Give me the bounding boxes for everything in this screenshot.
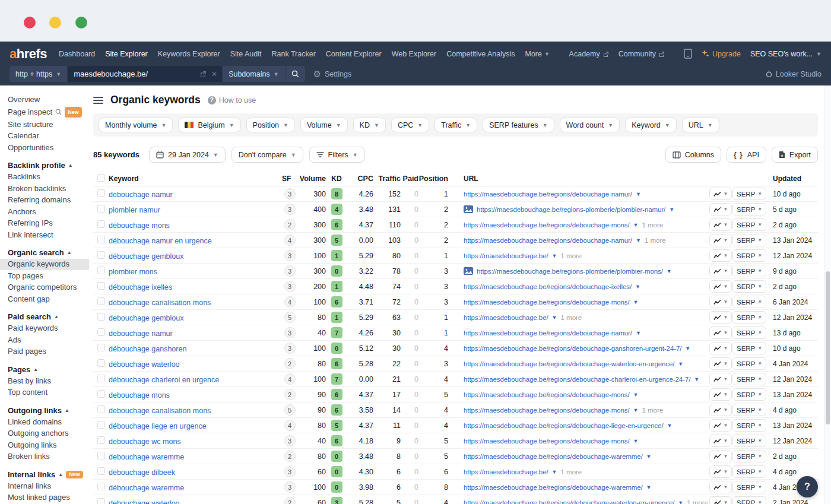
sidebar-item[interactable]: Link intersect — [0, 229, 89, 241]
row-checkbox[interactable] — [97, 236, 105, 243]
serp-features-badge[interactable]: 2 — [284, 358, 296, 369]
url-dropdown-caret[interactable]: ▼ — [633, 392, 639, 398]
sidebar-item[interactable]: Top pages — [0, 270, 89, 282]
url-link[interactable]: https://maesdebouchage.be/ — [464, 314, 548, 321]
url-dropdown-caret[interactable]: ▼ — [667, 268, 672, 274]
position-history-chart-button[interactable]: ▼ — [709, 465, 732, 478]
serp-features-badge[interactable]: 4 — [284, 373, 296, 385]
filter-pill[interactable]: Belgium▼ — [178, 118, 240, 132]
serp-button[interactable]: SERP▼ — [732, 342, 766, 354]
serp-features-badge[interactable]: 3 — [284, 343, 296, 354]
row-checkbox[interactable] — [97, 452, 105, 459]
open-in-new-tab-icon[interactable] — [200, 71, 207, 77]
serp-features-badge[interactable]: 3 — [284, 188, 296, 199]
position-history-chart-button[interactable]: ▼ — [709, 296, 732, 308]
serp-button[interactable]: SERP▼ — [732, 311, 766, 324]
url-dropdown-caret[interactable]: ▼ — [678, 500, 683, 504]
serp-features-badge[interactable]: 3 — [284, 265, 296, 277]
more-urls-link[interactable]: 1 more — [560, 468, 582, 476]
serp-button[interactable]: SERP▼ — [732, 465, 766, 478]
filter-pill[interactable]: URL▼ — [682, 118, 719, 132]
more-urls-link[interactable]: 1 more — [642, 221, 663, 229]
looker-studio-link[interactable]: Looker Studio — [766, 70, 822, 78]
url-dropdown-caret[interactable]: ▼ — [552, 469, 557, 475]
url-dropdown-caret[interactable]: ▼ — [633, 222, 639, 228]
row-checkbox[interactable] — [97, 436, 105, 444]
row-checkbox[interactable] — [97, 467, 105, 475]
sidebar-item[interactable]: Content gap — [0, 293, 89, 305]
url-dropdown-caret[interactable]: ▼ — [552, 315, 557, 321]
keyword-link[interactable]: debouchage namur — [109, 329, 173, 338]
row-checkbox[interactable] — [97, 267, 105, 274]
position-history-chart-button[interactable]: ▼ — [709, 373, 732, 385]
position-history-chart-button[interactable]: ▼ — [709, 265, 732, 277]
topnav-item[interactable]: Content Explorer — [326, 50, 382, 58]
position-history-chart-button[interactable]: ▼ — [709, 357, 732, 370]
row-checkbox[interactable] — [97, 189, 105, 197]
select-all-checkbox[interactable] — [97, 174, 105, 182]
scope-select[interactable]: Subdomains▼ — [223, 66, 284, 82]
url-link[interactable]: https://maesdebouchage.be/regions/debouc… — [464, 299, 630, 306]
sidebar-item[interactable]: Organic keywords — [0, 259, 89, 271]
sidebar-item[interactable]: Paid keywords — [0, 323, 89, 335]
col-header-sf[interactable]: SF — [282, 175, 297, 183]
url-dropdown-caret[interactable]: ▼ — [646, 454, 652, 459]
window-close-button[interactable] — [24, 17, 36, 28]
sidebar-item[interactable]: Outgoing links — [0, 439, 89, 451]
sidebar-section-header[interactable]: Internal links▲New — [0, 468, 89, 480]
filter-pill[interactable]: Traffic▼ — [434, 118, 477, 132]
serp-button[interactable]: SERP▼ — [732, 404, 766, 416]
url-link[interactable]: https://maesdebouchage.be/regions/debouc… — [464, 345, 681, 352]
url-link[interactable]: https://maesdebouchage.be/regions/debouc… — [464, 484, 643, 491]
serp-button[interactable]: SERP▼ — [732, 327, 766, 339]
serp-button[interactable]: SERP▼ — [732, 265, 766, 277]
keyword-link[interactable]: débouchage mons — [109, 221, 170, 230]
row-checkbox[interactable] — [97, 483, 105, 490]
position-history-chart-button[interactable]: ▼ — [709, 404, 732, 416]
more-urls-link[interactable]: 1 more — [642, 407, 663, 414]
search-button[interactable] — [286, 66, 305, 82]
api-button[interactable]: { }API — [727, 147, 766, 163]
sidebar-item[interactable]: Linked domains — [0, 416, 89, 428]
url-dropdown-caret[interactable]: ▼ — [678, 361, 683, 367]
target-input[interactable]: maesdebouchage.be/ ✕ — [68, 66, 222, 82]
position-history-chart-button[interactable]: ▼ — [709, 419, 732, 432]
filter-pill[interactable]: Keyword▼ — [625, 118, 677, 132]
serp-features-badge[interactable]: 5 — [284, 404, 296, 416]
more-urls-link[interactable]: 1 more — [687, 499, 708, 504]
url-link[interactable]: https://maesdebouchage.be/regions/debouc… — [464, 221, 630, 229]
help-button[interactable]: ? — [797, 476, 818, 497]
url-dropdown-caret[interactable]: ▼ — [646, 484, 652, 490]
keyword-link[interactable]: débouchage charleroi en urgence — [109, 376, 219, 384]
topnav-academy-link[interactable]: Academy — [569, 50, 609, 58]
serp-features-badge[interactable]: 4 — [284, 296, 296, 308]
filter-pill[interactable]: Volume▼ — [300, 118, 348, 132]
row-checkbox[interactable] — [97, 359, 105, 367]
workspace-switcher[interactable]: SEO SEO's work...▼ — [750, 50, 822, 58]
keyword-link[interactable]: débouchage canalisation mons — [109, 299, 211, 307]
more-urls-link[interactable]: 1 more — [560, 252, 582, 259]
keyword-link[interactable]: debouchage wc mons — [109, 438, 181, 446]
sidebar-item[interactable]: Page inspect New — [0, 106, 89, 119]
keyword-link[interactable]: debouchage gembloux — [109, 314, 184, 322]
url-link[interactable]: https://maesdebouchage.be/regions/debouc… — [464, 376, 690, 383]
url-link[interactable]: https://maesdebouchage.be/regions/debouc… — [464, 391, 630, 398]
keyword-link[interactable]: débouchage waremme — [109, 484, 184, 492]
serp-button[interactable]: SERP▼ — [732, 419, 766, 432]
serp-features-badge[interactable]: 3 — [284, 435, 296, 446]
filter-pill[interactable]: CPC▼ — [391, 118, 429, 132]
keyword-link[interactable]: débouchage waterloo — [109, 360, 180, 369]
filter-pill[interactable]: Position▼ — [246, 118, 295, 132]
serp-button[interactable]: SERP▼ — [732, 496, 766, 504]
topnav-item[interactable]: Web Explorer — [392, 50, 437, 58]
col-header-url[interactable]: URL — [464, 175, 709, 183]
serp-button[interactable]: SERP▼ — [732, 388, 766, 401]
serp-button[interactable]: SERP▼ — [732, 357, 766, 370]
keyword-link[interactable]: débouchage dilbeek — [109, 468, 175, 477]
serp-features-badge[interactable]: 3 — [284, 204, 296, 215]
topnav-item[interactable]: More▼ — [525, 50, 549, 58]
serp-features-badge[interactable]: 2 — [284, 389, 296, 400]
sidebar-item[interactable]: Ads — [0, 334, 89, 346]
sidebar-section-header[interactable]: Pages▲ — [0, 363, 89, 375]
row-checkbox[interactable] — [97, 328, 105, 336]
